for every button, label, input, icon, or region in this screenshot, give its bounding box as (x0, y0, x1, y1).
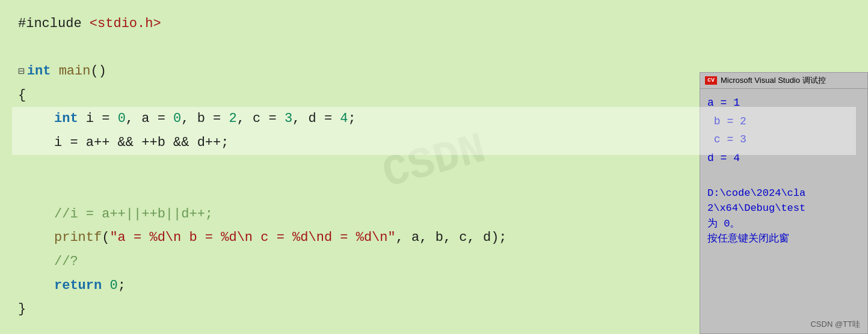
code-line-assign: i = a++ && ++b && d++; (12, 131, 856, 155)
main-container: CSDN #include <stdio.h> ⊟int main() { in… (0, 0, 868, 334)
code-line-blank3 (18, 178, 850, 202)
code-editor: CSDN #include <stdio.h> ⊟int main() { in… (0, 0, 868, 334)
code-line-blank2 (18, 155, 850, 179)
code-line-comment2: //? (18, 250, 850, 274)
collapse-icon: ⊟ (18, 62, 25, 81)
code-line-close-brace: } (18, 297, 850, 321)
code-line-comment1: //i = a++||++b||d++; (18, 202, 850, 226)
code-line-blank1 (18, 36, 850, 60)
code-line-include: #include <stdio.h> (18, 12, 850, 36)
code-content: #include <stdio.h> ⊟int main() { int i =… (18, 12, 850, 321)
code-line-main: ⊟int main() (18, 59, 850, 84)
code-line-var-decl: int i = 0, a = 0, b = 2, c = 3, d = 4; (12, 107, 856, 131)
code-line-open-brace: { (18, 84, 850, 108)
code-line-printf: printf("a = %d\n b = %d\n c = %d\nd = %d… (18, 226, 850, 250)
code-line-return: return 0; (18, 274, 850, 298)
